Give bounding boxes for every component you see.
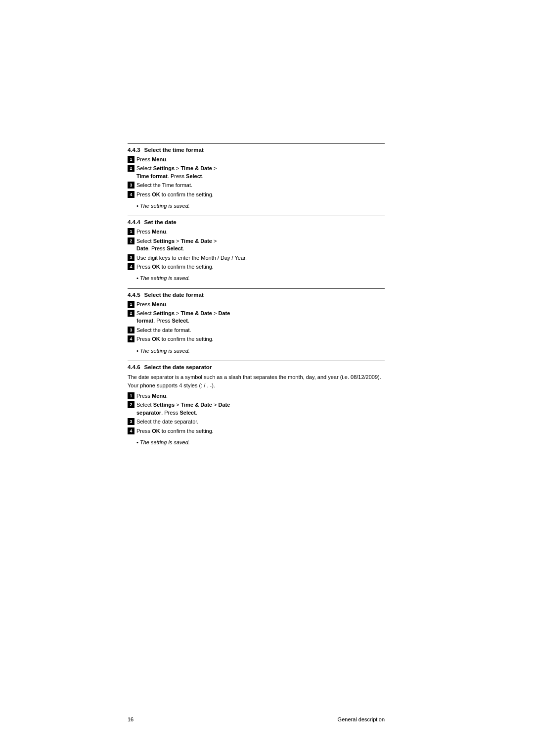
- step-text: Press Menu.: [136, 301, 385, 308]
- step-text: Press OK to confirm the setting.: [136, 263, 385, 271]
- step-text: Press OK to confirm the setting.: [136, 191, 385, 198]
- step-text: Select Settings > Time & Date >Time form…: [136, 165, 385, 180]
- step-item: 2 Select Settings > Time & Date > Datefo…: [128, 310, 385, 325]
- section-443: 4.4.3 Select the time format 1 Press Men…: [128, 143, 385, 210]
- section-divider-443: [128, 143, 385, 144]
- step-sub-446: The setting is saved.: [136, 439, 385, 446]
- step-text: Press Menu.: [136, 228, 385, 236]
- steps-list-444: 1 Press Menu. 2 Select Settings > Time &…: [128, 228, 385, 271]
- step-text: Use digit keys to enter the Month / Day …: [136, 254, 385, 262]
- section-heading-445: 4.4.5 Select the date format: [128, 292, 385, 298]
- section-divider-444: [128, 216, 385, 216]
- section-445: 4.4.5 Select the date format 1 Press Men…: [128, 288, 385, 355]
- section-title-445: Select the date format: [144, 292, 204, 298]
- step-number: 2: [128, 165, 134, 172]
- section-description-446: The date separator is a symbol such as a…: [128, 373, 385, 389]
- section-number-446: 4.4.6: [128, 364, 140, 370]
- step-number: 1: [128, 392, 134, 399]
- steps-list-445: 1 Press Menu. 2 Select Settings > Time &…: [128, 301, 385, 343]
- step-number: 2: [128, 401, 134, 408]
- step-item: 3 Select the date separator.: [128, 418, 385, 425]
- step-number: 3: [128, 327, 134, 333]
- page: 4.4.3 Select the time format 1 Press Men…: [0, 0, 534, 756]
- section-title-444: Set the date: [144, 219, 177, 225]
- step-number: 3: [128, 182, 134, 189]
- step-text: Select the date separator.: [136, 418, 385, 425]
- step-text: Select the date format.: [136, 327, 385, 334]
- step-sub-443: The setting is saved.: [136, 202, 385, 210]
- step-number: 4: [128, 427, 134, 434]
- section-divider-446: [128, 361, 385, 361]
- step-sub-item: The setting is saved.: [136, 439, 385, 446]
- steps-list-446: 1 Press Menu. 2 Select Settings > Time &…: [128, 392, 385, 435]
- step-number: 2: [128, 237, 134, 244]
- section-title-446: Select the date separator: [144, 364, 212, 370]
- section-heading-446: 4.4.6 Select the date separator: [128, 364, 385, 370]
- section-number-444: 4.4.4: [128, 219, 140, 225]
- section-heading-443: 4.4.3 Select the time format: [128, 147, 385, 153]
- step-item: 2 Select Settings > Time & Date >Time fo…: [128, 165, 385, 180]
- step-item: 1 Press Menu.: [128, 228, 385, 236]
- section-heading-444: 4.4.4 Set the date: [128, 219, 385, 225]
- step-item: 3 Select the Time format.: [128, 182, 385, 189]
- step-number: 1: [128, 156, 134, 163]
- step-text: Press OK to confirm the setting.: [136, 427, 385, 435]
- step-item: 1 Press Menu.: [128, 156, 385, 163]
- section-446: 4.4.6 Select the date separator The date…: [128, 361, 385, 446]
- step-item: 4 Press OK to confirm the setting.: [128, 263, 385, 271]
- step-text: Select Settings > Time & Date > Datesepa…: [136, 401, 385, 417]
- step-text: Press Menu.: [136, 392, 385, 400]
- section-444: 4.4.4 Set the date 1 Press Menu. 2 Selec…: [128, 216, 385, 282]
- step-item: 3 Select the date format.: [128, 327, 385, 334]
- step-item: 2 Select Settings > Time & Date > Datese…: [128, 401, 385, 417]
- step-number: 2: [128, 310, 134, 317]
- step-text: Select the Time format.: [136, 182, 385, 189]
- step-number: 1: [128, 228, 134, 235]
- step-number: 4: [128, 335, 134, 342]
- step-item: 1 Press Menu.: [128, 301, 385, 308]
- page-label: General description: [338, 716, 385, 722]
- page-footer: 16 General description: [128, 716, 385, 722]
- step-sub-item: The setting is saved.: [136, 347, 385, 355]
- step-sub-444: The setting is saved.: [136, 275, 385, 282]
- step-number: 4: [128, 191, 134, 198]
- step-sub-item: The setting is saved.: [136, 202, 385, 210]
- step-text: Press Menu.: [136, 156, 385, 163]
- step-sub-445: The setting is saved.: [136, 347, 385, 355]
- section-title-443: Select the time format: [144, 147, 204, 153]
- steps-list-443: 1 Press Menu. 2 Select Settings > Time &…: [128, 156, 385, 198]
- page-number: 16: [128, 716, 134, 722]
- step-sub-item: The setting is saved.: [136, 275, 385, 282]
- step-item: 4 Press OK to confirm the setting.: [128, 191, 385, 198]
- step-item: 4 Press OK to confirm the setting.: [128, 427, 385, 435]
- step-number: 3: [128, 418, 134, 425]
- step-text: Press OK to confirm the setting.: [136, 335, 385, 343]
- section-number-443: 4.4.3: [128, 147, 140, 153]
- step-item: 3 Use digit keys to enter the Month / Da…: [128, 254, 385, 262]
- step-number: 3: [128, 254, 134, 261]
- step-item: 2 Select Settings > Time & Date >Date. P…: [128, 237, 385, 253]
- step-number: 1: [128, 301, 134, 308]
- step-item: 1 Press Menu.: [128, 392, 385, 400]
- step-text: Select Settings > Time & Date >Date. Pre…: [136, 237, 385, 253]
- step-number: 4: [128, 263, 134, 270]
- content-area: 4.4.3 Select the time format 1 Press Men…: [128, 143, 385, 452]
- section-number-445: 4.4.5: [128, 292, 140, 298]
- step-text: Select Settings > Time & Date > Dateform…: [136, 310, 385, 325]
- section-divider-445: [128, 288, 385, 289]
- step-item: 4 Press OK to confirm the setting.: [128, 335, 385, 343]
